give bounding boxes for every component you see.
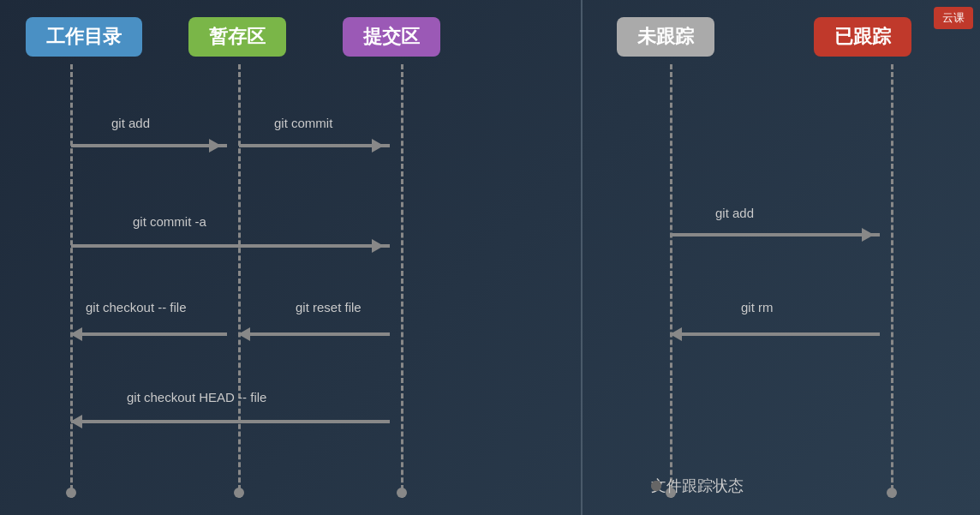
- git-commit-a-arrow: [71, 244, 390, 248]
- right-panel: 未跟踪 已跟踪 git add git rm 文件跟踪状态: [583, 0, 980, 515]
- git-checkout-file-label: git checkout -- file: [86, 300, 187, 314]
- git-checkout-file-arrow: [71, 332, 227, 336]
- staging-dashed-line: [238, 64, 241, 498]
- working-dir-box: 工作目录: [26, 17, 142, 57]
- commit-dashed-line: [401, 64, 403, 498]
- git-checkout-head-arrow: [71, 420, 390, 423]
- left-panel: 工作目录 暂存区 提交区 git add git commit git comm: [0, 0, 583, 515]
- right-git-rm-arrow: [671, 332, 880, 336]
- untracked-box: 未跟踪: [617, 17, 714, 57]
- watermark: 云课: [934, 7, 973, 29]
- staging-area-box: 暂存区: [188, 17, 286, 57]
- right-git-rm-label: git rm: [741, 300, 774, 314]
- git-add-label: git add: [111, 116, 150, 130]
- diagram-container: 工作目录 暂存区 提交区 git add git commit git comm: [0, 0, 980, 515]
- footer-text: 文件跟踪状态: [651, 476, 744, 496]
- untracked-dashed-line: [670, 64, 672, 498]
- tracked-box: 已跟踪: [814, 17, 911, 57]
- tracked-dot: [887, 488, 897, 498]
- commit-dot: [397, 488, 407, 498]
- working-dashed-line: [70, 64, 73, 498]
- footer-bullet-right: [651, 481, 661, 491]
- right-git-add-arrow: [671, 233, 880, 237]
- git-reset-file-label: git reset file: [296, 300, 362, 314]
- git-reset-file-arrow: [239, 332, 390, 336]
- git-commit-arrow: [239, 144, 390, 147]
- git-checkout-head-label: git checkout HEAD -- file: [127, 390, 266, 404]
- git-commit-a-label: git commit -a: [133, 214, 206, 229]
- commit-area-box: 提交区: [343, 17, 440, 57]
- staging-dot: [234, 488, 244, 498]
- right-git-add-label: git add: [715, 206, 754, 220]
- git-commit-label: git commit: [274, 116, 332, 130]
- git-add-arrow: [71, 144, 227, 147]
- tracked-dashed-line: [891, 64, 893, 498]
- working-dot: [66, 488, 76, 498]
